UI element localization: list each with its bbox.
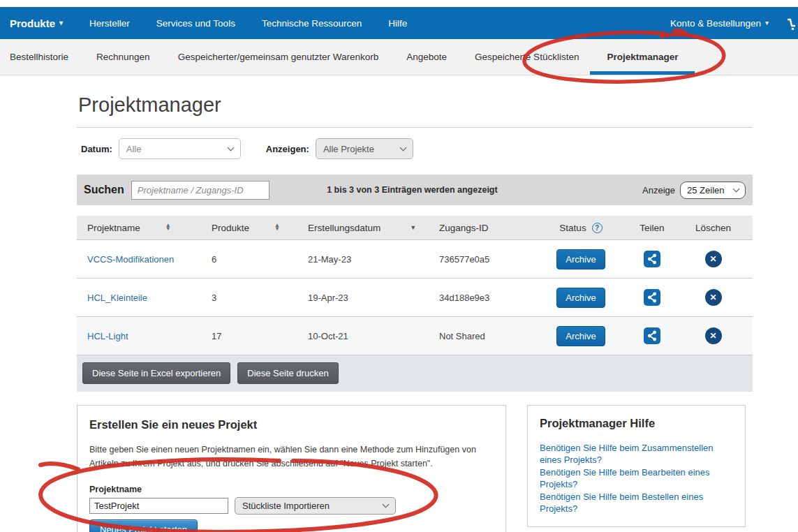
tab-warenkorb[interactable]: Gespeicherter/gemeinsam genutzter Warenk… bbox=[178, 39, 379, 75]
delete-icon[interactable]: ✕ bbox=[705, 289, 722, 306]
archive-button[interactable]: Archive bbox=[556, 326, 605, 346]
chevron-down-icon: ▾ bbox=[59, 20, 63, 27]
tab-projektmanager[interactable]: Projektmanager bbox=[607, 39, 678, 75]
table-search-bar: Suchen 1 bis 3 von 3 Einträgen werden an… bbox=[77, 175, 753, 205]
help-panel: Projektmanager Hilfe Benötigen Sie Hilfe… bbox=[527, 405, 746, 527]
project-name-label: Projektname bbox=[89, 485, 494, 494]
rows-per-page-label: Anzeige bbox=[642, 185, 675, 195]
col-header-loeschen: Löschen bbox=[695, 223, 731, 233]
nav-item-produkte[interactable]: Produkte ▾ bbox=[10, 17, 63, 29]
project-products-count: 6 bbox=[212, 254, 308, 265]
projects-table: Projektname ▲▼ Produkte ▲▼ Erstellungsda… bbox=[77, 216, 753, 392]
chevron-down-icon: ▾ bbox=[765, 20, 769, 27]
sort-icon[interactable]: ▲▼ bbox=[165, 224, 171, 231]
col-header-erstellungsdatum: Erstellungsdatum bbox=[308, 223, 380, 233]
sort-icon[interactable]: ▲▼ bbox=[274, 224, 280, 231]
table-header-row: Projektname ▲▼ Produkte ▲▼ Erstellungsda… bbox=[77, 216, 753, 239]
share-icon[interactable] bbox=[644, 289, 660, 306]
project-link[interactable]: VCCS-Modifikationen bbox=[87, 254, 212, 265]
export-excel-button[interactable]: Diese Seite in Excel exportieren bbox=[82, 362, 230, 384]
divider bbox=[77, 127, 753, 128]
project-access-id: 736577e0a5 bbox=[439, 254, 538, 265]
table-footer: Diese Seite in Excel exportieren Diese S… bbox=[77, 355, 753, 392]
project-link[interactable]: HCL_Kleinteile bbox=[87, 293, 212, 303]
date-filter-select[interactable]: Alle bbox=[119, 138, 241, 159]
project-products-count: 3 bbox=[212, 293, 308, 303]
chevron-down-icon bbox=[227, 144, 234, 151]
search-input[interactable] bbox=[131, 181, 269, 200]
filter-bar: Datum: Alle Anzeigen: Alle Projekte bbox=[81, 138, 753, 159]
project-created-date: 10-Oct-21 bbox=[308, 331, 439, 341]
col-header-teilen: Teilen bbox=[640, 223, 664, 233]
project-access-id: Not Shared bbox=[439, 331, 538, 341]
add-method-select[interactable]: Stückliste Importieren bbox=[235, 497, 396, 515]
date-filter-value: Alle bbox=[126, 144, 142, 154]
create-project-title: Erstellen Sie ein neues Projekt bbox=[89, 418, 494, 431]
help-link-bearbeiten[interactable]: Benötigen Sie Hilfe beim Bearbeiten eine… bbox=[540, 466, 733, 491]
table-row: HCL-Light 17 10-Oct-21 Not Shared Archiv… bbox=[77, 316, 753, 355]
table-row: HCL_Kleinteile 3 19-Apr-23 34d188e9e3 Ar… bbox=[77, 278, 753, 316]
create-project-description: Bitte geben Sie einen neuen Projektnamen… bbox=[89, 443, 494, 471]
status-help-icon[interactable]: ? bbox=[592, 223, 603, 233]
col-header-zugangs-id: Zugangs-ID bbox=[439, 223, 489, 233]
start-new-project-button[interactable]: Neues Projekt starten bbox=[89, 519, 198, 532]
help-panel-title: Projektmanager Hilfe bbox=[540, 417, 733, 430]
archive-button[interactable]: Archive bbox=[556, 288, 605, 308]
help-link-zusammenstellen[interactable]: Benötigen Sie Hilfe beim Zusammenstellen… bbox=[540, 442, 733, 466]
delete-icon[interactable]: ✕ bbox=[705, 251, 722, 267]
date-filter-label: Datum: bbox=[81, 144, 112, 154]
add-method-value: Stückliste Importieren bbox=[242, 501, 330, 511]
project-link[interactable]: HCL-Light bbox=[87, 331, 212, 341]
nav-item-hilfe[interactable]: Hilfe bbox=[388, 18, 407, 29]
project-created-date: 21-May-23 bbox=[308, 254, 439, 265]
show-filter-select[interactable]: Alle Projekte bbox=[316, 138, 413, 159]
tab-rechnungen[interactable]: Rechnungen bbox=[96, 39, 150, 75]
cart-icon-partial[interactable] bbox=[784, 16, 795, 30]
rows-per-page-value: 25 Zeilen bbox=[687, 185, 724, 195]
col-header-status: Status bbox=[559, 223, 586, 233]
rows-per-page-select[interactable]: 25 Zeilen bbox=[680, 182, 746, 199]
project-created-date: 19-Apr-23 bbox=[308, 293, 439, 303]
col-header-produkte: Produkte bbox=[212, 223, 249, 233]
create-project-panel: Erstellen Sie ein neues Projekt Bitte ge… bbox=[77, 405, 506, 532]
col-header-projektname: Projektname bbox=[87, 223, 140, 233]
help-link-bestellen[interactable]: Benötigen Sie Hilfe beim Bestellen eines… bbox=[540, 491, 733, 515]
nav-item-hersteller[interactable]: Hersteller bbox=[89, 18, 130, 29]
chevron-down-icon bbox=[399, 144, 406, 151]
project-name-input[interactable] bbox=[89, 498, 228, 514]
results-count-text: 1 bis 3 von 3 Einträgen werden angezeigt bbox=[276, 185, 635, 195]
chevron-down-icon bbox=[733, 185, 740, 192]
project-products-count: 17 bbox=[212, 331, 308, 341]
nav-item-ressourcen[interactable]: Technische Ressourcen bbox=[262, 18, 362, 29]
print-page-button[interactable]: Diese Seite drucken bbox=[237, 362, 338, 384]
sort-desc-icon[interactable]: ▼ bbox=[410, 224, 416, 231]
account-menu[interactable]: Konto & Bestellungen ▾ bbox=[670, 18, 769, 29]
primary-nav: Produkte ▾ Hersteller Services und Tools… bbox=[0, 7, 798, 39]
delete-icon[interactable]: ✕ bbox=[705, 327, 722, 344]
page-title: Projektmanager bbox=[78, 94, 753, 117]
show-filter-label: Anzeigen: bbox=[266, 144, 309, 154]
nav-item-services[interactable]: Services und Tools bbox=[156, 18, 235, 29]
account-menu-label: Konto & Bestellungen bbox=[670, 18, 761, 29]
tab-bestellhistorie[interactable]: Bestellhistorie bbox=[10, 39, 68, 75]
account-tabs: Bestellhistorie Rechnungen Gespeicherter… bbox=[0, 39, 798, 75]
project-access-id: 34d188e9e3 bbox=[439, 293, 538, 303]
share-icon[interactable] bbox=[644, 327, 660, 344]
tab-angebote[interactable]: Angebote bbox=[406, 39, 447, 75]
table-row: VCCS-Modifikationen 6 21-May-23 736577e0… bbox=[77, 239, 753, 278]
share-icon[interactable] bbox=[644, 251, 660, 267]
chevron-down-icon bbox=[383, 501, 390, 508]
nav-item-label: Produkte bbox=[10, 17, 55, 29]
search-label: Suchen bbox=[84, 184, 124, 196]
show-filter-value: Alle Projekte bbox=[323, 144, 374, 154]
tab-stuecklisten[interactable]: Gespeicherte Stücklisten bbox=[475, 39, 579, 75]
archive-button[interactable]: Archive bbox=[556, 249, 605, 269]
